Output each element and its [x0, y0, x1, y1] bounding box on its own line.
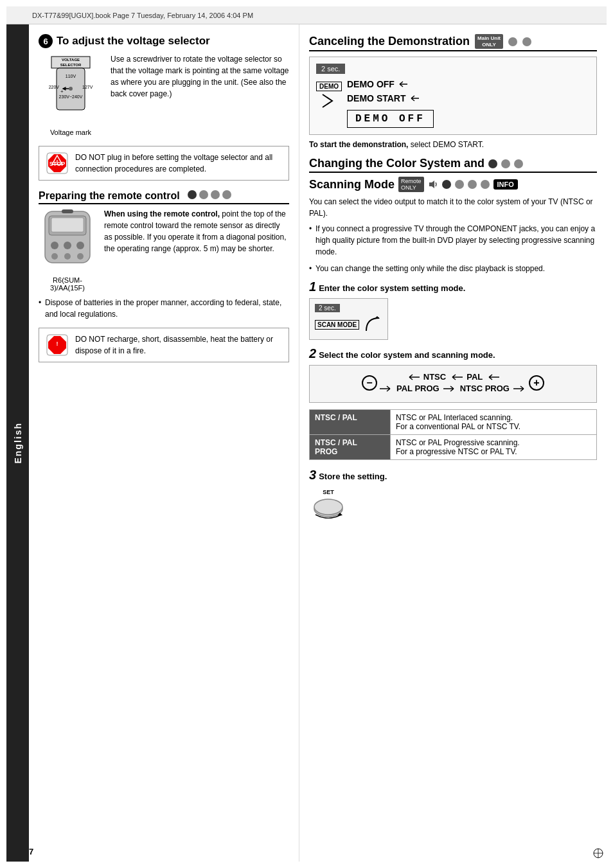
color-deco-4: [442, 180, 451, 189]
color-deco-7: [481, 180, 490, 189]
remote-heading: Preparing the remote control: [39, 190, 289, 204]
step-1-label: 1 Enter the color system setting mode.: [309, 279, 597, 294]
ntsc-pal-row: − NTSC PAL PAL PROG: [316, 372, 590, 393]
deco-circle-2: [199, 190, 208, 199]
svg-text:SET: SET: [323, 489, 334, 495]
color-select-diagram: − NTSC PAL PAL PROG: [309, 365, 597, 403]
remote-only-badge: RemoteONLY: [398, 177, 424, 192]
warning-box-2: ! DO NOT recharge, short, disassemble, h…: [39, 328, 289, 362]
deco-circle-1: [188, 190, 197, 199]
svg-text:127V: 127V: [82, 85, 93, 89]
header-filename: DX-T77&99[UGUX].book Page 7 Tuesday, Feb…: [32, 12, 253, 19]
arrow-left-ntsc: [407, 373, 420, 382]
page-number: 7: [29, 847, 33, 856]
demo-section: Canceling the Demonstration Main Unit ON…: [309, 34, 597, 149]
svg-text:+: +: [60, 89, 64, 94]
svg-text:!: !: [57, 159, 58, 165]
left-column: 6 To adjust the voltage selector VOLTAGE…: [29, 24, 299, 862]
color-deco-1: [488, 159, 497, 168]
plus-btn[interactable]: +: [529, 375, 544, 391]
arrow-left-pal: [450, 373, 463, 382]
voltage-image-area: VOLTAGE SELECTOR 110V 220V 230V~240V 127…: [39, 53, 289, 136]
voltage-label: Voltage mark: [39, 128, 103, 136]
scan-diagram: 2 sec. SCAN MODE: [309, 298, 388, 340]
remote-heading-text: Preparing the remote control: [39, 190, 180, 201]
stop-icon-1: STOP !: [46, 152, 69, 175]
step-1-num: 1: [309, 279, 316, 294]
color-section: Changing the Color System and Scanning M…: [309, 157, 597, 520]
sidebar: English: [6, 24, 29, 862]
remote-bullet-1: Dispose of batteries in the proper manne…: [39, 297, 289, 320]
step-2-num: 2: [309, 346, 316, 361]
arrow-right-np: [443, 384, 456, 393]
color-heading2-container: Scanning Mode RemoteONLY INFO: [309, 177, 597, 192]
remote-image: R6(SUM-3)/AA(15F): [39, 208, 96, 292]
table-row-2: NTSC / PALPROG NTSC or PAL Progressive s…: [310, 435, 597, 460]
remote-deco-circles: [188, 190, 231, 199]
svg-rect-30: [51, 218, 84, 232]
remote-section: Preparing the remote control: [39, 190, 289, 320]
color-heading-text2: Scanning Mode: [309, 178, 395, 191]
step-3-num: 3: [309, 468, 316, 483]
voltage-section: 6 To adjust the voltage selector VOLTAGE…: [39, 34, 289, 136]
step-6-circle: 6: [39, 34, 53, 48]
voltage-heading: 6 To adjust the voltage selector: [39, 34, 289, 48]
step-2-container: 2 Select the color system and scanning m…: [309, 346, 597, 403]
step1-sec: 2 sec.: [315, 304, 340, 312]
demo-off-text: DEMO OFF: [347, 79, 395, 89]
color-deco-5: [455, 180, 464, 189]
flow-arrows: NTSC PAL PAL PROG NTSC PROG: [380, 372, 526, 393]
voltage-heading-text: To adjust the voltage selector: [57, 35, 210, 48]
svg-text:!: !: [57, 341, 58, 347]
demo-start-row: DEMO START: [347, 93, 434, 103]
color-bullet-2: You can change the setting only while th…: [309, 263, 597, 274]
svg-point-34: [51, 253, 58, 260]
svg-text:110V: 110V: [66, 74, 76, 78]
demo-off-row: DEMO OFF: [347, 79, 434, 89]
step-3-container: 3 Store the setting. SET: [309, 468, 597, 520]
minus-btn[interactable]: −: [362, 375, 377, 391]
demo-label: DEMO: [316, 82, 342, 91]
remote-desc: When using the remote control, point the…: [104, 208, 289, 292]
svg-point-36: [77, 253, 84, 260]
ntsc-prog-label: NTSC PROG: [460, 384, 510, 393]
deco-circle-3: [211, 190, 220, 199]
demo-caption-text: select DEMO START.: [408, 140, 484, 149]
warning-box-1: STOP ! DO NOT plug in before setting the…: [39, 146, 289, 181]
color-heading-container: Changing the Color System and: [309, 157, 597, 173]
svg-point-33: [76, 242, 84, 249]
speaker-icon: [428, 179, 438, 190]
set-diagram: SET: [309, 486, 597, 520]
warning-text-1: DO NOT plug in before setting the voltag…: [75, 152, 282, 175]
svg-text:SELECTOR: SELECTOR: [60, 63, 82, 67]
step-3-text: Store the setting.: [319, 472, 387, 481]
table-desc-2: NTSC or PAL Progressive scanning.For a p…: [390, 435, 596, 460]
color-deco-3: [514, 159, 523, 168]
pal-prog-flow: PAL PROG NTSC PROG: [380, 384, 526, 393]
pal-label: PAL: [466, 372, 483, 382]
svg-point-43: [314, 499, 342, 515]
right-column: Canceling the Demonstration Main Unit ON…: [299, 24, 607, 862]
svg-rect-37: [62, 209, 73, 213]
pal-prog-label: PAL PROG: [396, 384, 440, 393]
arrow-right-pp: [380, 384, 393, 393]
set-button-icon: SET: [309, 486, 348, 518]
table-header-1: NTSC / PAL: [310, 410, 391, 435]
deco-circle-4: [222, 190, 231, 199]
color-deco-2: [501, 159, 510, 168]
svg-point-35: [64, 253, 71, 260]
demo-options: DEMO OFF DEMO START DEMO OFF: [347, 79, 434, 128]
ntsc-pal-flow: NTSC PAL: [407, 372, 499, 382]
demo-display: DEMO OFF: [347, 110, 434, 128]
demo-start-text: DEMO START: [347, 93, 406, 103]
table-desc-1: NTSC or PAL Interlaced scanning.For a co…: [390, 410, 596, 435]
demo-heading-text: Canceling the Demonstration: [309, 35, 470, 48]
scan-arrow-icon: [363, 315, 382, 334]
step-1-container: 1 Enter the color system setting mode. 2…: [309, 279, 597, 340]
demo-heading: Canceling the Demonstration Main Unit ON…: [309, 34, 597, 51]
table-row-1: NTSC / PAL NTSC or PAL Interlaced scanni…: [310, 410, 597, 435]
remote-battery-label: R6(SUM-3)/AA(15F): [39, 276, 96, 292]
svg-point-32: [64, 242, 71, 249]
step-2-label: 2 Select the color system and scanning m…: [309, 346, 597, 361]
mainunit-badge: Main Unit ONLY: [475, 34, 503, 49]
